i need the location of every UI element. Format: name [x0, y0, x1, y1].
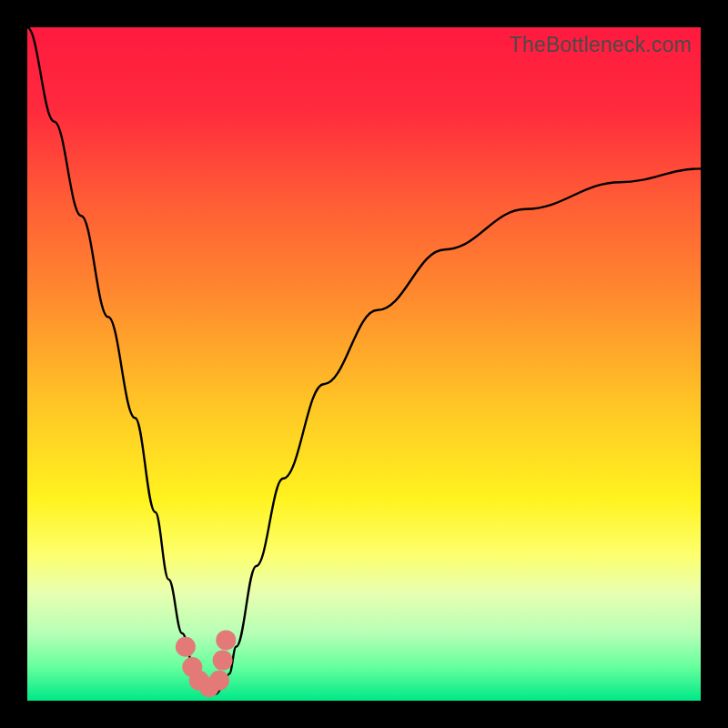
marker-dot	[209, 671, 229, 691]
bottleneck-chart	[27, 27, 701, 701]
marker-dot	[213, 651, 233, 671]
marker-dot	[216, 630, 236, 650]
gradient-background	[27, 27, 701, 701]
plot-area: TheBottleneck.com	[27, 27, 701, 701]
marker-dot	[176, 637, 196, 657]
watermark-label: TheBottleneck.com	[510, 33, 692, 57]
chart-frame: TheBottleneck.com	[0, 0, 728, 728]
